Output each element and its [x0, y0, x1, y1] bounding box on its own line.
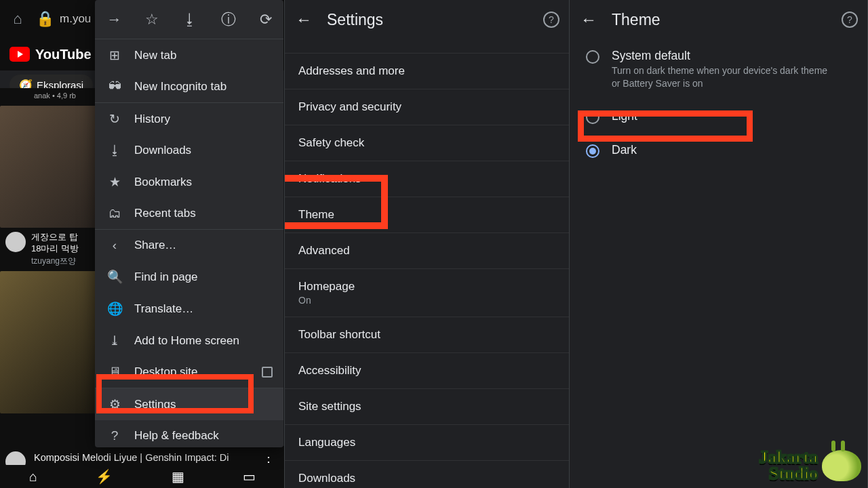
menu-find[interactable]: 🔍Find in page [95, 261, 283, 293]
row-label: Addresses and more [298, 64, 405, 77]
menu-label: New Incognito tab [134, 80, 226, 94]
menu-help[interactable]: ?Help & feedback [95, 420, 283, 451]
option-desc: Turn on dark theme when your device's da… [612, 64, 829, 90]
menu-label: Downloads [134, 144, 191, 157]
video-thumbnail-1[interactable] [0, 106, 99, 228]
menu-label: Add to Home screen [134, 334, 239, 348]
menu-desktop-site[interactable]: 🖥Desktop site [95, 357, 283, 388]
theme-option-system[interactable]: System default Turn on dark theme when y… [570, 39, 867, 100]
search-icon: 🔍 [107, 269, 122, 285]
menu-label: Bookmarks [134, 176, 192, 189]
menu-incognito[interactable]: 🕶New Incognito tab [95, 71, 283, 102]
download-icon[interactable]: ⭳ [182, 11, 197, 28]
settings-row-toolbar[interactable]: Toolbar shortcut [285, 317, 569, 352]
forward-icon[interactable]: → [106, 11, 121, 28]
menu-label: Share… [134, 239, 176, 252]
help-icon: ? [107, 428, 122, 443]
settings-header: ← Settings ? [285, 0, 569, 39]
reload-icon[interactable]: ⟳ [260, 11, 272, 28]
video-title-line2: 18마리 먹방 [31, 243, 79, 253]
chrome-menu-toolbar: → ☆ ⭳ ⓘ ⟳ [95, 0, 283, 39]
panel-theme: ← Theme ? System default Turn on dark th… [570, 0, 868, 488]
help-icon[interactable]: ? [842, 12, 858, 28]
nav-subs-icon[interactable]: ▦ [172, 468, 184, 485]
add-home-icon: ⤓ [107, 333, 122, 348]
nav-library-icon[interactable]: ▭ [243, 468, 256, 485]
video-title-line1: 게장으로 탑 [31, 232, 78, 242]
back-icon[interactable]: ← [579, 10, 598, 29]
help-icon[interactable]: ? [543, 12, 559, 28]
channel-avatar[interactable] [5, 232, 26, 252]
menu-bookmarks[interactable]: ★Bookmarks [95, 166, 283, 198]
menu-add-home[interactable]: ⤓Add to Home screen [95, 325, 283, 357]
settings-row-addresses[interactable]: Addresses and more [285, 53, 569, 89]
settings-row-theme[interactable]: Theme [285, 197, 569, 232]
desktop-checkbox[interactable] [262, 367, 273, 378]
settings-row-downloads[interactable]: Downloads [285, 460, 569, 488]
gear-icon: ⚙ [107, 396, 122, 412]
theme-title: Theme [612, 11, 660, 29]
back-icon[interactable]: ← [294, 10, 313, 29]
desktop-icon: 🖥 [107, 365, 122, 380]
row-label: Safety check [298, 136, 364, 149]
settings-row-languages[interactable]: Languages [285, 424, 569, 460]
settings-row-advanced[interactable]: Advanced [285, 232, 569, 268]
menu-share[interactable]: ‹Share… [95, 230, 283, 261]
menu-label: Desktop site [134, 365, 198, 379]
settings-row-accessibility[interactable]: Accessibility [285, 352, 569, 388]
row-label: Languages [298, 436, 355, 449]
menu-translate[interactable]: 🌐Translate… [95, 293, 283, 325]
radio-icon[interactable] [586, 50, 599, 64]
video-channel: tzuyang쯔양 [31, 256, 95, 267]
panel-browser: ⌂ 🔒 m.you YouTube 🧭 Eksplorasi anak • 4,… [0, 0, 285, 488]
menu-history[interactable]: ↻History [95, 103, 283, 135]
youtube-logo[interactable]: YouTube [9, 47, 92, 62]
option-label: Dark [612, 143, 637, 157]
option-label: System default [612, 49, 829, 63]
row-label: Toolbar shortcut [298, 328, 380, 341]
radio-icon-selected[interactable] [586, 144, 599, 158]
theme-option-dark[interactable]: Dark [570, 134, 867, 167]
nav-home-icon[interactable]: ⌂ [29, 469, 37, 485]
lock-icon: 🔒 [31, 5, 58, 33]
radio-icon[interactable] [586, 110, 599, 124]
home-icon[interactable]: ⌂ [4, 5, 31, 33]
row-label: Notifications [298, 172, 361, 185]
menu-recent-tabs[interactable]: 🗂Recent tabs [95, 198, 283, 229]
row-label: Advanced [298, 244, 350, 257]
translate-icon: 🌐 [107, 301, 122, 317]
video-title-1[interactable]: 게장으로 탑 18마리 먹방 tzuyang쯔양 [0, 228, 99, 266]
menu-settings[interactable]: ⚙Settings [95, 388, 283, 420]
star-icon: ★ [107, 174, 122, 190]
menu-downloads[interactable]: ⭳Downloads [95, 135, 283, 166]
theme-option-light[interactable]: Light [570, 100, 867, 134]
row-label: Accessibility [298, 364, 361, 377]
chrome-menu: → ☆ ⭳ ⓘ ⟳ ⊞New tab 🕶New Incognito tab ↻H… [95, 0, 283, 447]
info-icon[interactable]: ⓘ [221, 9, 236, 30]
download-icon: ⭳ [107, 143, 122, 158]
row-label: Homepage [298, 280, 355, 293]
menu-new-tab[interactable]: ⊞New tab [95, 39, 283, 71]
tabs-icon: 🗂 [107, 206, 122, 221]
watermark: JakartaStudio [759, 449, 861, 483]
menu-label: History [134, 113, 170, 126]
video-meta: anak • 4,9 rb [0, 88, 99, 102]
theme-header: ← Theme ? [570, 0, 867, 39]
settings-row-privacy[interactable]: Privacy and security [285, 89, 569, 125]
menu-label: Translate… [134, 302, 193, 316]
star-icon[interactable]: ☆ [145, 11, 159, 28]
settings-row-safety[interactable]: Safety check [285, 125, 569, 161]
settings-row-notifications[interactable]: Notifications [285, 161, 569, 197]
settings-title: Settings [327, 11, 383, 29]
option-label: Light [612, 109, 637, 123]
menu-label: New tab [134, 49, 176, 62]
row-sub: On [298, 295, 555, 306]
video-thumbnail-2[interactable] [0, 271, 99, 413]
settings-row-homepage[interactable]: HomepageOn [285, 268, 569, 317]
snail-icon [822, 450, 861, 481]
settings-row-site[interactable]: Site settings [285, 388, 569, 424]
watermark-text: JakartaStudio [759, 449, 818, 483]
row-label: Theme [298, 208, 334, 221]
nav-shorts-icon[interactable]: ⚡ [96, 468, 113, 485]
plus-box-icon: ⊞ [107, 47, 122, 63]
